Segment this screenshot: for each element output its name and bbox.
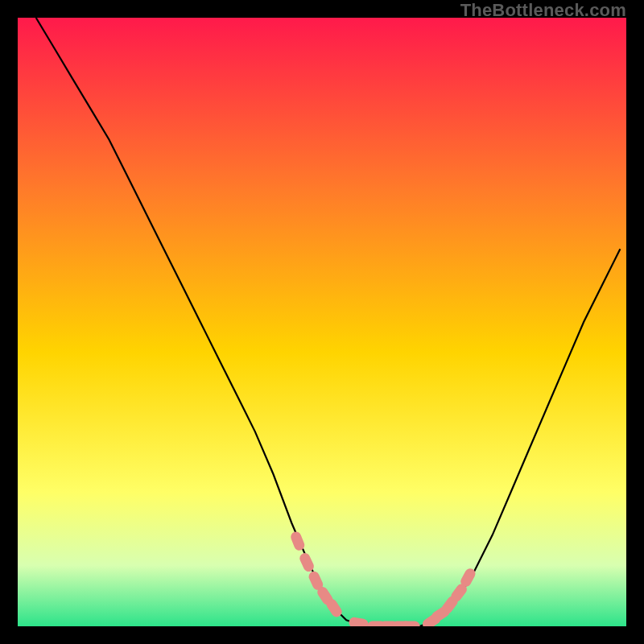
curve-marker [401,621,420,627]
bottleneck-chart [18,18,626,626]
gradient-background [18,18,626,626]
chart-frame [18,18,626,626]
watermark-text: TheBottleneck.com [460,0,626,21]
